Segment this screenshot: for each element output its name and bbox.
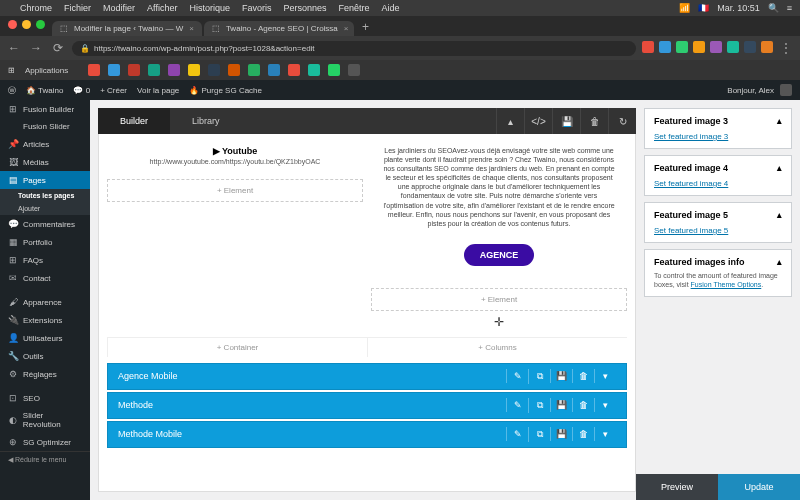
sidebar-collapse[interactable]: ◀ Réduire le menu	[0, 451, 90, 468]
add-columns-button[interactable]: + Columns	[367, 338, 627, 357]
sidebar-item-sg-optimizer[interactable]: ⊕SG Optimizer	[0, 433, 90, 451]
add-container-button[interactable]: + Container	[107, 338, 367, 357]
bookmark-icon[interactable]	[88, 64, 100, 76]
menu-chrome[interactable]: Chrome	[20, 3, 52, 13]
avatar[interactable]	[780, 84, 792, 96]
clone-icon[interactable]: ⧉	[528, 369, 550, 384]
sidebar-item-articles[interactable]: 📌Articles	[0, 135, 90, 153]
browser-tab-2[interactable]: ⬚ Twaino - Agence SEO | Croissa ×	[204, 21, 354, 36]
ext-icon[interactable]	[710, 41, 722, 53]
sidebar-item-comments[interactable]: 💬Commentaires	[0, 215, 90, 233]
sidebar-item-appearance[interactable]: 🖌Apparence	[0, 293, 90, 311]
ext-icon[interactable]	[642, 41, 654, 53]
theme-options-link[interactable]: Fusion Theme Options	[691, 281, 762, 288]
reload-button[interactable]: ⟳	[50, 41, 66, 55]
url-input[interactable]: 🔒 https://twaino.com/wp-admin/post.php?p…	[72, 41, 636, 56]
wp-comments-link[interactable]: 💬 0	[73, 86, 90, 95]
menu-help[interactable]: Aide	[382, 3, 400, 13]
sidebar-item-settings[interactable]: ⚙Réglages	[0, 365, 90, 383]
bookmark-icon[interactable]	[168, 64, 180, 76]
save-icon[interactable]: 💾	[552, 108, 580, 134]
menu-icon[interactable]: ≡	[787, 3, 792, 13]
close-tab-icon[interactable]: ×	[344, 24, 349, 33]
back-button[interactable]: ←	[6, 41, 22, 55]
sidebar-item-tools[interactable]: 🔧Outils	[0, 347, 90, 365]
ext-icon[interactable]	[693, 41, 705, 53]
edit-icon[interactable]: ✎	[506, 398, 528, 412]
toggle-icon[interactable]: ▴	[777, 257, 782, 267]
trash-icon[interactable]: 🗑	[572, 369, 594, 383]
apps-label[interactable]: Applications	[25, 66, 68, 75]
bookmark-icon[interactable]	[228, 64, 240, 76]
set-featured-link[interactable]: Set featured image 4	[654, 179, 728, 188]
code-icon[interactable]: </>	[524, 108, 552, 134]
bookmark-icon[interactable]	[128, 64, 140, 76]
save-icon[interactable]: 💾	[550, 398, 572, 412]
menu-people[interactable]: Personnes	[283, 3, 326, 13]
save-icon[interactable]: 💾	[550, 369, 572, 383]
bookmark-icon[interactable]	[148, 64, 160, 76]
ext-icon[interactable]	[727, 41, 739, 53]
edit-icon[interactable]: ✎	[506, 427, 528, 441]
apps-icon[interactable]: ⊞	[8, 66, 15, 75]
wp-view-page[interactable]: Voir la page	[137, 86, 179, 95]
browser-tab-1[interactable]: ⬚ Modifier la page ‹ Twaino — W ×	[52, 21, 202, 36]
close-window[interactable]	[8, 20, 17, 29]
sidebar-sub-all-pages[interactable]: Toutes les pages	[0, 189, 90, 202]
close-tab-icon[interactable]: ×	[189, 24, 194, 33]
set-featured-link[interactable]: Set featured image 3	[654, 132, 728, 141]
ext-icon[interactable]	[659, 41, 671, 53]
youtube-element[interactable]: ▶ Youtube http://www.youtube.com/https:/…	[107, 142, 363, 169]
bookmark-icon[interactable]	[288, 64, 300, 76]
spotlight-icon[interactable]: 🔍	[768, 3, 779, 13]
sidebar-item-users[interactable]: 👤Utilisateurs	[0, 329, 90, 347]
text-block[interactable]: Les jardiniers du SEOAvez-vous déjà envi…	[371, 142, 627, 232]
section-bar[interactable]: Methode ✎ ⧉ 💾 🗑 ▾	[107, 392, 627, 419]
section-bar[interactable]: Methode Mobile ✎ ⧉ 💾 🗑 ▾	[107, 421, 627, 448]
chevron-down-icon[interactable]: ▾	[594, 398, 616, 412]
sidebar-sub-add[interactable]: Ajouter	[0, 202, 90, 215]
chrome-menu-icon[interactable]: ⋮	[778, 41, 794, 55]
sidebar-item-seo[interactable]: ⊡SEO	[0, 389, 90, 407]
add-element-button[interactable]: + Element	[107, 179, 363, 202]
bookmark-icon[interactable]	[308, 64, 320, 76]
clone-icon[interactable]: ⧉	[528, 427, 550, 442]
chevron-down-icon[interactable]: ▾	[594, 369, 616, 383]
sidebar-item-fusion-builder[interactable]: ⊞Fusion Builder	[0, 100, 90, 118]
menu-edit[interactable]: Modifier	[103, 3, 135, 13]
bookmark-icon[interactable]	[188, 64, 200, 76]
sidebar-item-contact[interactable]: ✉Contact	[0, 269, 90, 287]
menu-window[interactable]: Fenêtre	[338, 3, 369, 13]
wp-site-link[interactable]: 🏠 Twaino	[26, 86, 63, 95]
bookmark-icon[interactable]	[248, 64, 260, 76]
save-icon[interactable]: 💾	[550, 427, 572, 441]
trash-icon[interactable]: 🗑	[572, 427, 594, 441]
minimize-window[interactable]	[22, 20, 31, 29]
toggle-icon[interactable]: ▴	[777, 116, 782, 126]
clone-icon[interactable]: ⧉	[528, 398, 550, 413]
tab-library[interactable]: Library	[170, 108, 242, 134]
menu-favorites[interactable]: Favoris	[242, 3, 272, 13]
collapse-icon[interactable]: ▴	[496, 108, 524, 134]
bookmark-icon[interactable]	[268, 64, 280, 76]
wp-logo-icon[interactable]: ⓦ	[8, 85, 16, 96]
ext-icon[interactable]	[761, 41, 773, 53]
toggle-icon[interactable]: ▴	[777, 163, 782, 173]
section-bar[interactable]: Agence Mobile ✎ ⧉ 💾 🗑 ▾	[107, 363, 627, 390]
maximize-window[interactable]	[36, 20, 45, 29]
flag-icon[interactable]: 🇫🇷	[698, 3, 709, 13]
history-icon[interactable]: ↻	[608, 108, 636, 134]
wp-purge-cache[interactable]: 🔥 Purge SG Cache	[189, 86, 262, 95]
bookmark-icon[interactable]	[348, 64, 360, 76]
wp-new-link[interactable]: + Créer	[100, 86, 127, 95]
bookmark-icon[interactable]	[208, 64, 220, 76]
ext-icon[interactable]	[744, 41, 756, 53]
menu-view[interactable]: Afficher	[147, 3, 177, 13]
add-element-button[interactable]: + Element	[371, 288, 627, 311]
sidebar-item-pages[interactable]: ▤Pages	[0, 171, 90, 189]
toggle-icon[interactable]: ▴	[777, 210, 782, 220]
agence-button[interactable]: AGENCE	[464, 244, 535, 266]
update-button[interactable]: Update	[718, 474, 800, 500]
edit-icon[interactable]: ✎	[506, 369, 528, 383]
new-tab-button[interactable]: +	[356, 18, 375, 36]
